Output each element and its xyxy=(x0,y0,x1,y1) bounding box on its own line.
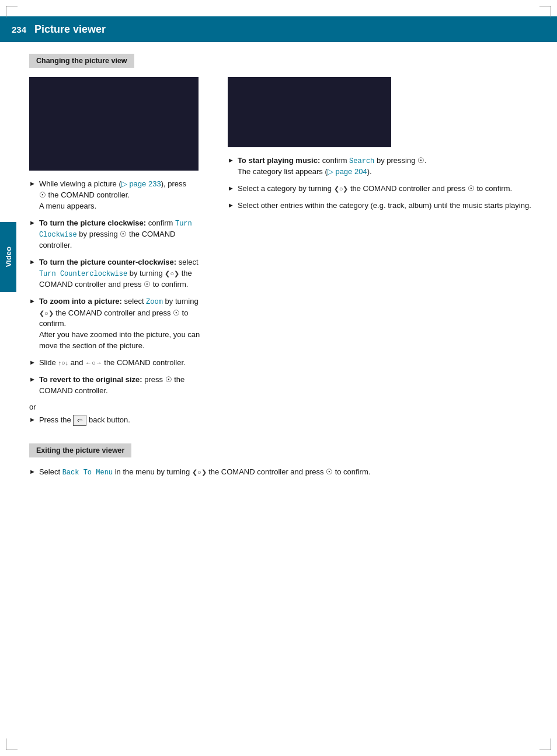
main-content: Changing the picture view ► While viewin… xyxy=(6,42,557,496)
back-bullet-list: ► Press the ⇦ back button. xyxy=(29,415,210,426)
bullet-arrow: ► xyxy=(29,258,36,267)
menu-item-zoom: Zoom xyxy=(146,298,163,306)
menu-item-search: Search xyxy=(349,157,374,165)
exit-bullet-list: ► Select Back To Menu in the menu by tur… xyxy=(29,467,534,478)
bullet-content: Select other entries within the category… xyxy=(238,200,534,211)
list-item: ► Select Back To Menu in the menu by tur… xyxy=(29,467,534,478)
bullet-content: To revert to the original size: press ☉ … xyxy=(39,374,210,397)
ctrl-rotate-icon: ❮○❯ xyxy=(334,185,349,192)
ctrl-updown-icon: ↑○↓ xyxy=(58,359,68,366)
menu-item-back-to-menu: Back To Menu xyxy=(62,469,113,477)
bullet-arrow: ► xyxy=(29,358,36,367)
bullet-content: To turn the picture counter-clockwise: s… xyxy=(39,257,210,290)
page-title: Picture viewer xyxy=(34,23,106,36)
changing-view-header: Changing the picture view xyxy=(29,54,134,68)
instruction-bold: To revert to the original size: xyxy=(39,375,142,384)
bullet-content: While viewing a picture (▷ page 233), pr… xyxy=(39,179,210,212)
page-ref: ▷ page 233 xyxy=(121,179,161,188)
list-item: ► While viewing a picture (▷ page 233), … xyxy=(29,179,210,212)
left-column: ► While viewing a picture (▷ page 233), … xyxy=(29,77,210,432)
bullet-content: Select Back To Menu in the menu by turni… xyxy=(39,467,534,478)
right-image-placeholder xyxy=(228,77,391,147)
list-item: ► To revert to the original size: press … xyxy=(29,374,210,397)
left-image-placeholder xyxy=(29,77,199,171)
page-header: 234 Picture viewer xyxy=(0,16,557,42)
bullet-arrow: ► xyxy=(228,184,234,193)
bullet-content: To turn the picture clockwise: confirm T… xyxy=(39,218,210,252)
page-number: 234 xyxy=(12,25,26,34)
instruction-bold: To start playing music: xyxy=(238,156,320,165)
list-item: ► Select a category by turning ❮○❯ the C… xyxy=(228,183,534,195)
left-bullet-list: ► While viewing a picture (▷ page 233), … xyxy=(29,179,210,397)
changing-view-section: Changing the picture view ► While viewin… xyxy=(29,54,534,432)
bullet-content: To start playing music: confirm Search b… xyxy=(238,155,534,178)
list-item: ► Select other entries within the catego… xyxy=(228,200,534,211)
bullet-arrow: ► xyxy=(29,297,36,306)
bullet-arrow: ► xyxy=(29,375,36,384)
bullet-content: To zoom into a picture: select Zoom by t… xyxy=(39,296,210,352)
bullet-arrow: ► xyxy=(29,179,36,189)
menu-item-turn-ccw: Turn Counterclockwise xyxy=(39,270,127,278)
video-sidebar-label: Video xyxy=(0,222,16,292)
exiting-header: Exiting the picture viewer xyxy=(29,443,131,457)
ctrl-rotate-icon: ❮○❯ xyxy=(192,469,207,476)
exiting-section: Exiting the picture viewer ► Select Back… xyxy=(29,443,534,478)
bullet-content: Slide ↑○↓ and ←○→ the COMAND controller. xyxy=(39,358,210,369)
or-line: or xyxy=(29,403,210,411)
corner-mark-tl xyxy=(6,6,18,18)
corner-mark-br xyxy=(539,738,551,750)
page-ref: ▷ page 204 xyxy=(328,167,367,176)
list-item: ► To start playing music: confirm Search… xyxy=(228,155,534,178)
list-item: ► To turn the picture clockwise: confirm… xyxy=(29,218,210,252)
list-item: ► Press the ⇦ back button. xyxy=(29,415,210,426)
right-bullet-list: ► To start playing music: confirm Search… xyxy=(228,155,534,211)
list-item: ► To turn the picture counter-clockwise:… xyxy=(29,257,210,290)
instruction-bold: To zoom into a picture: xyxy=(39,297,122,306)
two-col-layout: ► While viewing a picture (▷ page 233), … xyxy=(29,77,534,432)
instruction-bold: To turn the picture clockwise: xyxy=(39,219,146,227)
ctrl-leftright-icon: ←○→ xyxy=(85,359,102,366)
corner-mark-tr xyxy=(539,6,551,18)
back-button-symbol: ⇦ xyxy=(73,415,86,426)
bullet-content: Select a category by turning ❮○❯ the COM… xyxy=(238,183,534,195)
ctrl-rotate-icon: ❮○❯ xyxy=(39,310,54,317)
right-column: ► To start playing music: confirm Search… xyxy=(228,77,534,432)
bullet-arrow: ► xyxy=(29,415,36,425)
bullet-arrow: ► xyxy=(29,219,36,228)
list-item: ► Slide ↑○↓ and ←○→ the COMAND controlle… xyxy=(29,358,210,369)
ctrl-rotate-icon: ❮○❯ xyxy=(165,270,179,277)
bullet-content: Press the ⇦ back button. xyxy=(39,415,210,426)
bullet-arrow: ► xyxy=(228,201,234,210)
instruction-bold: To turn the picture counter-clockwise: xyxy=(39,258,176,266)
bullet-arrow: ► xyxy=(228,156,234,165)
corner-mark-bl xyxy=(6,738,18,750)
list-item: ► To zoom into a picture: select Zoom by… xyxy=(29,296,210,352)
bullet-arrow: ► xyxy=(29,467,36,477)
